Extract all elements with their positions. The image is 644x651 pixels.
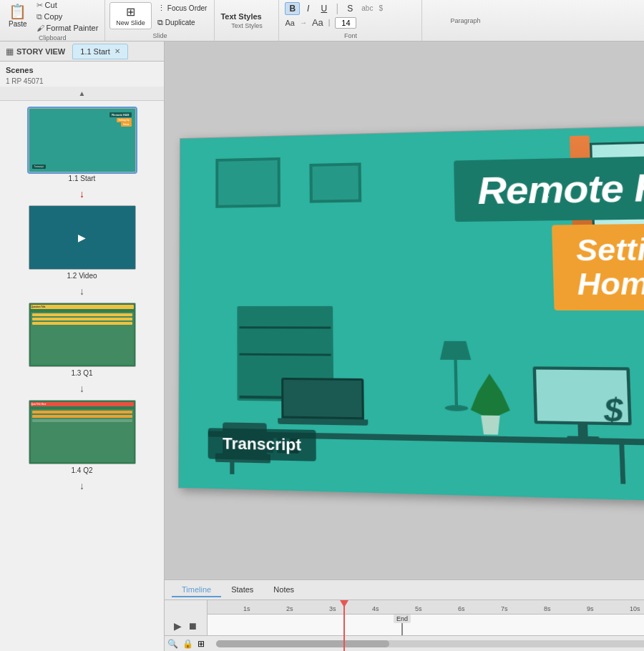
dollar-sign: $: [603, 392, 623, 429]
wall-frame-1: [215, 157, 280, 208]
tab-start-label: 1.1 Start: [80, 47, 110, 56]
copy-icon: ⧉: [36, 12, 42, 21]
content-row: ▦ STORY VIEW 1.1 Start ✕ ▼ Scenes 1 RP 4…: [0, 41, 644, 651]
slide-1-label: 1.1 Start: [69, 175, 96, 182]
story-view-label: STORY VIEW: [16, 47, 65, 56]
scroll-up-arrow[interactable]: ▲: [79, 89, 86, 97]
ruler-3s: 3s: [329, 605, 336, 612]
new-slide-button[interactable]: ⊞ New Slide: [109, 2, 152, 29]
connector-arrow-2: ↓: [0, 284, 164, 298]
bottom-tabs: Timeline States Notes: [165, 580, 644, 600]
slide-4-label: 1.4 Q2: [71, 466, 92, 474]
story-view-icon: ▦: [6, 46, 14, 57]
ruler-10s: 10s: [630, 605, 640, 612]
slide-main-wrapper[interactable]: $ Remote H Settin Home Transcrip: [165, 41, 644, 579]
transcript-badge: Transcript: [208, 428, 317, 461]
tab-close-icon[interactable]: ✕: [114, 47, 120, 55]
timeline-area: ▶ ⏹ 1s 2s 3s 4s 5s 6s 7s 8s 9s 10s: [165, 600, 644, 651]
cut-icon: ✂: [36, 1, 43, 10]
slide-canvas[interactable]: $ Remote H Settin Home Transcrip: [178, 125, 644, 502]
slides-list[interactable]: Remote H&S Setting Up Home Transcript 1.…: [0, 101, 164, 651]
layers-icon[interactable]: ⊞: [197, 639, 205, 649]
plant: [470, 373, 511, 435]
slide-canvas-area: $ Remote H Settin Home Transcrip: [165, 41, 644, 651]
scenes-header: Scenes: [0, 62, 164, 76]
cut-button[interactable]: ✂ Cut: [34, 0, 101, 11]
ruler-5s: 5s: [415, 605, 422, 612]
ruler-7s: 7s: [501, 605, 508, 612]
desk-lamp: [439, 341, 472, 411]
new-slide-label: New Slide: [116, 19, 145, 26]
ruler-4s: 4s: [372, 605, 379, 612]
format-painter-icon: 🖌: [36, 24, 44, 32]
connector-arrow-1: ↓: [0, 187, 164, 201]
connector-arrow-4: ↓: [0, 479, 164, 493]
toolbar: 📋 Paste ✂ Cut ⧉ Copy 🖌 Format Painter Cl…: [0, 0, 644, 41]
font-group: B I U | S abc $ Aa → Aa | 14 Font: [279, 0, 422, 41]
font-size-box[interactable]: 14: [335, 17, 356, 29]
wall-frame-2: [309, 162, 361, 202]
tab-timeline[interactable]: Timeline: [172, 583, 221, 597]
slide-group-label: Slide: [109, 32, 210, 39]
stop-button[interactable]: ⏹: [187, 620, 197, 632]
paragraph-group: Paragraph: [422, 0, 508, 41]
copy-button[interactable]: ⧉ Copy: [34, 11, 101, 22]
ruler-8s: 8s: [544, 605, 551, 612]
bold-button[interactable]: B: [285, 2, 300, 15]
slide-3-label: 1.3 Q1: [71, 369, 92, 377]
duplicate-button[interactable]: ⧉ Duplicate: [155, 16, 210, 29]
orange-line-1: Settin: [576, 232, 644, 268]
clipboard-small-actions: ✂ Cut ⧉ Copy 🖌 Format Painter: [34, 0, 101, 33]
strikethrough-button[interactable]: S: [343, 2, 357, 15]
slide-item-3[interactable]: Question Title 1.3 Q1: [0, 298, 164, 381]
clipboard-label: Clipboard: [39, 34, 67, 41]
text-styles-group: Text Styles Text Styles: [215, 0, 279, 41]
connector-arrow-3: ↓: [0, 381, 164, 396]
tab-start[interactable]: 1.1 Start ✕: [72, 44, 128, 59]
focus-order-icon: ⋮: [157, 4, 165, 13]
bottom-controls-row: 🔍 🔒 ⊞: [165, 635, 644, 651]
slide-thumb-1: Remote H&S Setting Up Home Transcript: [29, 108, 136, 172]
bottom-panel: Timeline States Notes ▶ ⏹ 1s 2s 3s: [165, 579, 644, 651]
slide-item-1[interactable]: Remote H&S Setting Up Home Transcript 1.…: [0, 104, 164, 187]
text-styles-group-label: Text Styles: [220, 22, 273, 29]
timeline-ruler: 1s 2s 3s 4s 5s 6s 7s 8s 9s 10s 11s: [208, 600, 644, 615]
slide-group: ⊞ New Slide ⋮ Focus Order ⧉ Duplicate Sl…: [105, 0, 215, 41]
lock-icon[interactable]: 🔒: [182, 639, 193, 649]
tab-states[interactable]: States: [221, 583, 263, 597]
underline-button[interactable]: U: [316, 2, 331, 15]
paste-label: Paste: [9, 20, 27, 28]
zoom-icon[interactable]: 🔍: [167, 639, 178, 649]
playhead-triangle: [340, 600, 348, 607]
clipboard-group: 📋 Paste ✂ Cut ⧉ Copy 🖌 Format Painter Cl…: [0, 0, 105, 41]
slide-item-4[interactable]: Quiz Title Here 1.4 Q2: [0, 396, 164, 479]
duplicate-icon: ⧉: [157, 18, 163, 27]
end-label: End: [394, 615, 411, 623]
ruler-6s: 6s: [458, 605, 465, 612]
main-area: ▦ STORY VIEW 1.1 Start ✕ ▼ Scenes 1 RP 4…: [0, 41, 644, 651]
cut-label: Cut: [45, 1, 57, 9]
italic-button[interactable]: I: [303, 2, 313, 15]
focus-order-button[interactable]: ⋮ Focus Order: [155, 2, 210, 14]
scene-item-label: 1 RP 45071: [0, 76, 164, 87]
slide-thumb-4: Quiz Title Here: [29, 400, 136, 464]
ruler-2s: 2s: [286, 605, 293, 612]
text-styles-label[interactable]: Text Styles: [220, 12, 273, 21]
playhead[interactable]: [343, 600, 345, 651]
slide-thumb-3: Question Title: [29, 303, 136, 367]
paste-button[interactable]: 📋 Paste: [4, 3, 31, 29]
ruler-1s: 1s: [243, 605, 250, 612]
story-view-bar: ▦ STORY VIEW 1.1 Start ✕ ▼: [0, 41, 164, 62]
font-group-label: Font: [285, 32, 416, 39]
play-button[interactable]: ▶: [174, 620, 182, 632]
laptop: [281, 378, 364, 431]
timeline-scrollbar[interactable]: [216, 640, 644, 647]
copy-label: Copy: [44, 12, 63, 21]
focus-order-label: Focus Order: [167, 4, 208, 12]
format-painter-label: Format Painter: [47, 24, 99, 32]
slide-item-2[interactable]: ▶ 1.2 Video: [0, 201, 164, 284]
tab-notes[interactable]: Notes: [263, 583, 304, 597]
duplicate-label: Duplicate: [165, 19, 195, 26]
slide-orange-box: Settin Home: [552, 223, 644, 310]
format-painter-button[interactable]: 🖌 Format Painter: [34, 23, 101, 33]
